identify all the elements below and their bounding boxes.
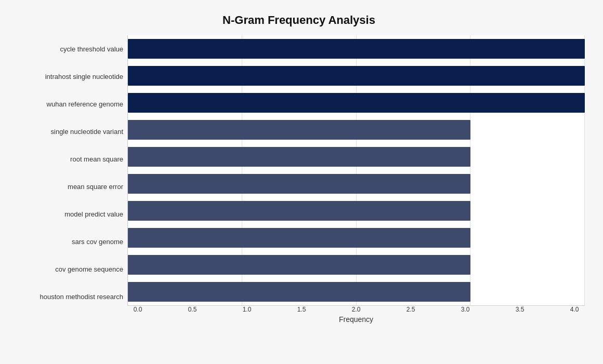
bar: [128, 174, 470, 194]
x-axis: 0.00.51.01.52.02.53.03.54.0 Frequency: [127, 306, 585, 326]
bar: [128, 120, 470, 140]
y-label: single nucleotide variant: [13, 118, 123, 145]
y-label: mean square error: [13, 173, 123, 200]
bar-row: [128, 197, 585, 224]
y-label: sars cov genome: [13, 228, 123, 255]
x-tick: 3.5: [509, 306, 530, 313]
x-tick: 1.0: [237, 306, 257, 313]
bar: [128, 282, 470, 302]
bar-row: [128, 224, 585, 251]
bar-row: [128, 170, 585, 197]
x-axis-label: Frequency: [127, 315, 585, 323]
bar-row: [128, 251, 585, 278]
y-label: intrahost single nucleotide: [13, 63, 123, 90]
y-label: root mean square: [13, 145, 123, 172]
bar-row: [128, 116, 585, 143]
y-label: model predict value: [13, 200, 123, 227]
x-tick: 2.0: [346, 306, 366, 313]
chart-area: cycle threshold valueintrahost single nu…: [13, 35, 585, 326]
bar-row: [128, 278, 585, 305]
chart-title: N-Gram Frequency Analysis: [13, 14, 585, 27]
bar: [128, 147, 470, 167]
bar: [128, 228, 470, 248]
x-tick: 2.5: [400, 306, 421, 313]
bar: [128, 255, 470, 275]
bar-row: [128, 62, 585, 89]
bar: [128, 93, 585, 113]
y-label: cycle threshold value: [13, 35, 123, 62]
bar: [128, 201, 470, 221]
x-ticks: 0.00.51.01.52.02.53.03.54.0: [127, 306, 585, 313]
bar: [128, 39, 585, 59]
bar-row: [128, 35, 585, 62]
bars-and-x: 0.00.51.01.52.02.53.03.54.0 Frequency: [127, 35, 585, 326]
x-tick: 1.5: [291, 306, 312, 313]
bar-row: [128, 89, 585, 116]
y-label: cov genome sequence: [13, 255, 123, 282]
bars-area: [127, 35, 585, 306]
chart-container: N-Gram Frequency Analysis cycle threshol…: [8, 3, 595, 361]
x-tick: 3.0: [455, 306, 476, 313]
y-label: wuhan reference genome: [13, 90, 123, 117]
y-label: houston methodist research: [13, 283, 123, 310]
y-axis: cycle threshold valueintrahost single nu…: [13, 35, 127, 326]
bar-row: [128, 143, 585, 170]
x-tick: 4.0: [564, 306, 585, 313]
x-tick: 0.0: [127, 306, 148, 313]
x-tick: 0.5: [182, 306, 203, 313]
bar: [128, 66, 585, 86]
